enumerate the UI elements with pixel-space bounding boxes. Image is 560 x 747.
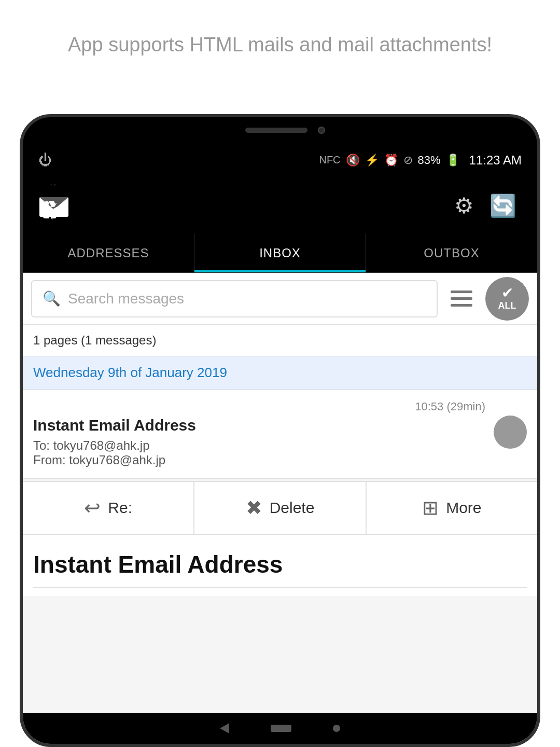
- tab-outbox[interactable]: OUTBOX: [366, 234, 537, 272]
- svg-text:♻: ♻: [47, 185, 59, 188]
- mute-icon: 🔇: [346, 154, 360, 167]
- phone-frame: ⏻ NFC 🔇 ⚡ ⏰ ⊘ 83% 🔋 11:23 AM: [20, 114, 540, 747]
- avatar: [494, 416, 527, 449]
- delete-icon: ✖: [246, 496, 262, 519]
- select-all-button[interactable]: ✔ ALL: [485, 277, 529, 321]
- tab-outbox-label: OUTBOX: [424, 246, 479, 260]
- tab-addresses[interactable]: ADDRESSES: [23, 234, 194, 272]
- date-group-header: Wednesday 9th of January 2019: [23, 356, 537, 390]
- content-area: 🔍 Search messages ✔ ALL 1 pages (: [23, 273, 537, 744]
- filter-button[interactable]: [444, 281, 479, 316]
- search-icon: 🔍: [43, 290, 61, 307]
- promo-text: App supports HTML mails and mail attachm…: [0, 0, 560, 79]
- checkmark-icon: ✔: [501, 286, 513, 300]
- svg-text:♻: ♻: [37, 196, 62, 226]
- logo-icon: ♻ ♻: [33, 185, 75, 226]
- refresh-icon[interactable]: 🔄: [489, 193, 516, 218]
- reply-label: Re:: [108, 499, 132, 517]
- more-label: More: [446, 499, 481, 517]
- pages-count: 1 pages (1 messages): [23, 325, 537, 356]
- status-left: ⏻: [38, 152, 319, 168]
- phone-top-bar: [23, 117, 537, 143]
- reply-button[interactable]: ↩ Re:: [23, 482, 194, 534]
- h-line-2: [451, 297, 472, 300]
- tab-inbox[interactable]: INBOX: [194, 234, 366, 272]
- wifi-icon: ⚡: [365, 154, 379, 167]
- reply-icon: ↩: [84, 496, 101, 519]
- app-logo: ♻ ♻: [33, 185, 75, 226]
- recents-nav-icon[interactable]: [333, 725, 340, 732]
- hamburger-icon: [451, 290, 472, 307]
- status-right: NFC 🔇 ⚡ ⏰ ⊘ 83% 🔋 11:23 AM: [319, 153, 522, 168]
- tab-bar: ADDRESSES INBOX OUTBOX: [23, 234, 537, 273]
- back-nav-icon[interactable]: [220, 723, 229, 734]
- h-line-3: [451, 304, 472, 307]
- status-bar: ⏻ NFC 🔇 ⚡ ⏰ ⊘ 83% 🔋 11:23 AM: [23, 143, 537, 177]
- email-main: 10:53 (29min) Instant Email Address To: …: [33, 400, 485, 467]
- search-box[interactable]: 🔍 Search messages: [31, 280, 438, 317]
- email-from: From: tokyu768@ahk.jp: [33, 453, 485, 467]
- search-input[interactable]: Search messages: [68, 290, 426, 307]
- more-button[interactable]: ⊞ More: [367, 482, 537, 534]
- email-preview-title: Instant Email Address: [33, 550, 527, 578]
- h-line-1: [451, 290, 472, 293]
- speaker-bar: [245, 128, 307, 133]
- email-to: To: tokyu768@ahk.jp: [33, 438, 485, 453]
- more-icon: ⊞: [422, 496, 439, 519]
- search-row: 🔍 Search messages ✔ ALL: [23, 273, 537, 325]
- email-preview-divider: [33, 587, 527, 588]
- delete-label: Delete: [270, 499, 315, 517]
- phone-bottom-nav: [23, 713, 537, 744]
- home-nav-icon[interactable]: [271, 725, 291, 732]
- nfc-icon: NFC: [319, 154, 340, 166]
- email-time: 10:53 (29min): [33, 400, 485, 413]
- email-item[interactable]: 10:53 (29min) Instant Email Address To: …: [23, 390, 537, 479]
- header-icons: ⚙ 🔄: [454, 193, 516, 218]
- action-bar: ↩ Re: ✖ Delete ⊞ More: [23, 481, 537, 535]
- app-header: ♻ ♻ ⚙ 🔄: [23, 177, 537, 234]
- no-sim-icon: ⊘: [403, 154, 413, 167]
- battery-icon: 🔋: [446, 154, 460, 167]
- email-subject: Instant Email Address: [33, 417, 485, 434]
- pages-count-text: 1 pages (1 messages): [33, 333, 156, 347]
- select-all-label: ALL: [498, 300, 516, 311]
- tab-inbox-label: INBOX: [259, 246, 301, 260]
- date-group-label: Wednesday 9th of January 2019: [33, 365, 227, 380]
- email-preview: Instant Email Address: [23, 535, 537, 596]
- power-icon: ⏻: [38, 152, 52, 168]
- status-time: 11:23 AM: [469, 153, 522, 168]
- phone-screen: ⏻ NFC 🔇 ⚡ ⏰ ⊘ 83% 🔋 11:23 AM: [23, 143, 537, 744]
- delete-button[interactable]: ✖ Delete: [194, 482, 366, 534]
- tab-addresses-label: ADDRESSES: [67, 246, 149, 260]
- battery-percentage: 83%: [418, 154, 441, 167]
- settings-icon[interactable]: ⚙: [454, 193, 474, 218]
- alarm-icon: ⏰: [384, 154, 398, 167]
- camera-dot: [318, 127, 325, 134]
